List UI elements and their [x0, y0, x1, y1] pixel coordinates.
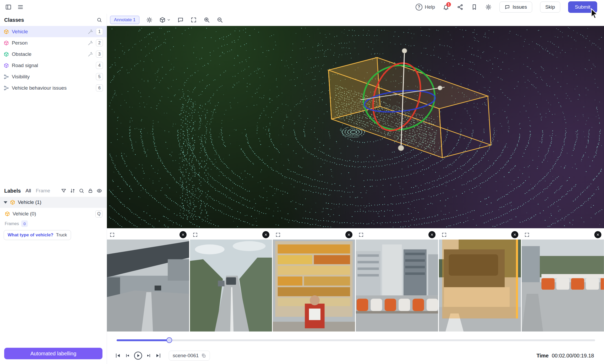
camera-image[interactable]: [522, 240, 604, 332]
cuboid-tool-dropdown[interactable]: [167, 18, 171, 22]
class-row-obstacle[interactable]: Obstacle 3: [0, 48, 107, 60]
thumb-close-button[interactable]: [345, 231, 352, 238]
class-row-vehicle[interactable]: Vehicle 1: [0, 26, 107, 37]
attribute-chip[interactable]: What type of vehicle? Truck: [4, 230, 71, 240]
transform-gizmo[interactable]: [107, 26, 604, 228]
label-item-vehicle[interactable]: Vehicle (0) Q: [0, 208, 107, 220]
auto-label-wand-icon[interactable]: [88, 29, 93, 34]
thumb-expand-button[interactable]: [524, 232, 530, 237]
class-row-vehicle-behaviour[interactable]: Vehicle behaviour issues 6: [0, 82, 107, 94]
gizmo-handle-right[interactable]: [438, 86, 442, 90]
panel-toggle-button[interactable]: [5, 4, 12, 10]
thumb-close-button[interactable]: [428, 231, 436, 238]
auto-label-wand-icon[interactable]: [88, 52, 93, 57]
thumb-close-button[interactable]: [594, 231, 601, 238]
scene-chip[interactable]: scene-0061: [169, 351, 210, 361]
time-label: Time: [536, 353, 548, 359]
label-q-badge: Q: [95, 210, 102, 218]
thumb-close-button[interactable]: [262, 231, 269, 238]
labels-search-button[interactable]: [79, 188, 84, 193]
prev-frame-button[interactable]: [124, 352, 130, 359]
thumb-expand-button[interactable]: [442, 232, 447, 237]
tab-frame[interactable]: Frame: [36, 188, 50, 194]
expand-icon: [110, 232, 115, 237]
save-button[interactable]: [471, 4, 477, 10]
class-row-road-signal[interactable]: Road signal 4: [0, 60, 107, 71]
zoom-out-icon: [217, 17, 223, 23]
jump-start-button[interactable]: [115, 352, 121, 359]
filter-button[interactable]: [61, 188, 66, 193]
copy-icon[interactable]: [201, 353, 206, 358]
camera-image[interactable]: [356, 240, 438, 332]
zoom-in-button[interactable]: [204, 17, 210, 23]
zoom-in-icon: [204, 17, 210, 23]
fullscreen-button[interactable]: [191, 17, 197, 23]
annotation-cuboid[interactable]: [328, 57, 491, 157]
cuboid-tool-button[interactable]: [159, 17, 166, 23]
class-row-visibility[interactable]: Visibility 5: [0, 71, 107, 82]
thumb-expand-button[interactable]: [110, 232, 115, 237]
workspace: Annotate 1: [107, 14, 604, 364]
sort-button[interactable]: [70, 188, 75, 193]
camera-thumb-4: [356, 230, 438, 332]
tab-all[interactable]: All: [25, 188, 31, 194]
play-icon: [134, 351, 143, 360]
brightness-button[interactable]: [146, 17, 153, 23]
frames-count-badge: 0: [21, 220, 28, 227]
gizmo-handle-top[interactable]: [402, 48, 407, 53]
settings-button[interactable]: [485, 4, 492, 10]
thumb-close-button[interactable]: [179, 231, 187, 238]
cube-icon: [4, 29, 9, 34]
search-icon: [97, 17, 102, 23]
close-icon: [513, 233, 516, 236]
visibility-toggle-button[interactable]: [97, 188, 102, 193]
timeline-track[interactable]: [117, 339, 595, 341]
classes-search-button[interactable]: [97, 17, 102, 23]
camera-image[interactable]: [190, 240, 272, 332]
thumb-expand-button[interactable]: [275, 232, 281, 237]
thumb-expand-button[interactable]: [358, 232, 364, 237]
comment-tool-button[interactable]: [177, 17, 184, 23]
help-label: Help: [425, 4, 435, 10]
share-button[interactable]: [457, 4, 463, 10]
camera-image-highlighted[interactable]: [439, 240, 521, 332]
issues-label: Issues: [513, 4, 527, 10]
expand-icon: [191, 17, 197, 23]
sort-icon: [70, 188, 75, 193]
expand-icon: [524, 232, 530, 237]
play-button[interactable]: [134, 351, 143, 360]
thumb-close-button[interactable]: [511, 231, 518, 238]
help-button[interactable]: ? Help: [416, 4, 435, 10]
class-label: Vehicle: [12, 29, 28, 35]
thumb-expand-button[interactable]: [193, 232, 198, 237]
comment-icon: [177, 17, 184, 23]
next-frame-button[interactable]: [146, 352, 152, 359]
zoom-out-button[interactable]: [217, 17, 223, 23]
auto-label-wand-icon[interactable]: [88, 40, 93, 46]
close-icon: [430, 233, 434, 236]
label-group-vehicle[interactable]: Vehicle (1): [0, 197, 107, 208]
collapse-caret-icon[interactable]: [4, 201, 7, 204]
camera-image[interactable]: [107, 240, 189, 332]
issues-button[interactable]: Issues: [499, 2, 532, 13]
class-row-person[interactable]: Person 2: [0, 37, 107, 48]
camera-thumb-1: [107, 230, 189, 332]
lock-button[interactable]: [88, 188, 93, 193]
camera-thumb-3: [273, 230, 355, 332]
timeline-knob[interactable]: [166, 337, 172, 343]
gizmo-handle-bottom[interactable]: [398, 145, 404, 151]
share-icon: [457, 4, 463, 10]
class-label: Obstacle: [12, 51, 31, 57]
skip-button[interactable]: Skip: [540, 2, 560, 13]
class-label: Vehicle behaviour issues: [12, 85, 67, 91]
automated-labelling-button[interactable]: Automated labelling: [4, 348, 102, 359]
notifications-button[interactable]: 1: [443, 4, 449, 10]
main-menu-button[interactable]: [17, 4, 24, 10]
submit-button[interactable]: Submit: [568, 1, 597, 13]
expand-icon: [358, 232, 364, 237]
close-icon: [181, 233, 185, 236]
jump-end-button[interactable]: [155, 352, 161, 359]
annotate-mode-button[interactable]: Annotate 1: [110, 16, 139, 24]
camera-image[interactable]: [273, 240, 355, 332]
lidar-viewport[interactable]: [107, 26, 604, 228]
